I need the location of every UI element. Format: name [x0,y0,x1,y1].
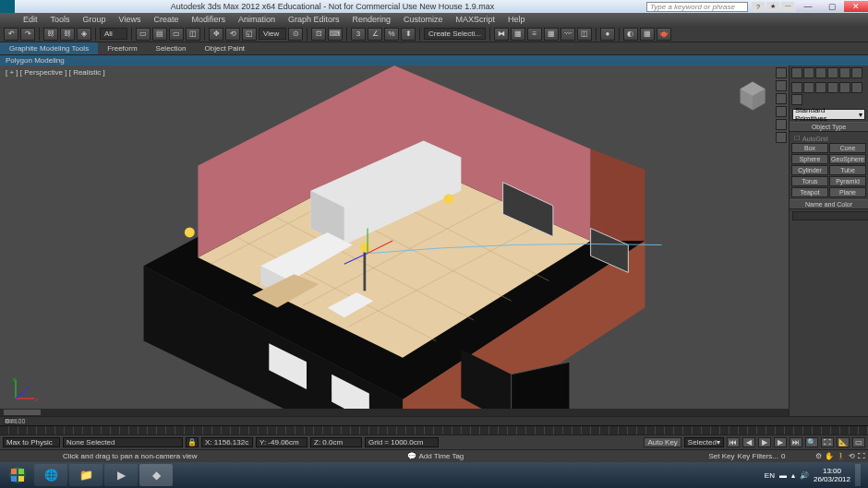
primitive-tube[interactable]: Tube [829,165,866,175]
window-crossing-button[interactable]: ◫ [186,28,200,41]
mirror-button[interactable]: ⧓ [494,28,509,41]
link-button[interactable]: ⛓ [43,28,58,41]
time-config-button[interactable]: ⚙ [815,452,822,460]
nav-fov[interactable]: 📐 [837,437,850,447]
ribbon-button[interactable]: ▦ [544,28,559,41]
ribbon-tab-graphite[interactable]: Graphite Modeling Tools [0,42,98,54]
autogrid-checkbox[interactable]: ☐ [794,135,800,142]
minimize-button[interactable]: — [796,1,820,12]
utilities-tab[interactable] [851,67,862,78]
layers-button[interactable]: ≡ [527,28,542,41]
nav-zoom[interactable]: 🔍 [805,437,818,447]
nav-pan[interactable]: ✋ [825,452,834,460]
menu-rendering[interactable]: Rendering [346,15,398,24]
primitive-box[interactable]: Box [791,143,828,153]
tray-volume-icon[interactable]: 🔊 [800,471,809,480]
ribbon-tab-freeform[interactable]: Freeform [98,42,146,54]
prev-frame-button[interactable]: ◀ [742,437,755,447]
render-button[interactable]: 🫖 [657,28,671,41]
cameras-cat[interactable] [827,82,838,93]
menu-maxscript[interactable]: MAXScript [450,15,502,24]
object-name-input[interactable] [792,211,868,220]
menu-views[interactable]: Views [113,15,148,24]
taskbar-mediaplayer[interactable]: ▶ [104,464,138,486]
category-dropdown[interactable]: Standard Primitives▾ [792,109,865,120]
lock-button[interactable]: 🔒 [186,437,199,447]
close-button[interactable]: ✕ [844,1,868,12]
refcoord-dropdown[interactable]: View [259,28,286,40]
start-button[interactable] [2,463,33,487]
y-coord[interactable]: Y: -49.06cm [256,437,307,447]
schematic-button[interactable]: ◫ [577,28,592,41]
hierarchy-tab[interactable] [815,67,826,78]
manip-button[interactable]: ⊡ [311,28,326,41]
shapes-cat[interactable] [803,82,814,93]
nav-zoomall[interactable]: ⛶ [821,437,834,447]
comm-icon[interactable]: ⋯ [781,2,794,11]
comm-button[interactable]: 💬 [407,452,416,460]
rollout-name-color[interactable]: Name and Color [790,199,868,209]
material-editor-button[interactable]: ● [600,28,615,41]
space-cat[interactable] [851,82,862,93]
filter-dropdown[interactable]: All [100,28,127,40]
curve-editor-button[interactable]: 〰 [561,28,575,41]
percent-snap-button[interactable]: % [384,28,399,41]
lights-cat[interactable] [815,82,826,93]
redo-button[interactable]: ↷ [20,28,35,41]
keyfilters-button[interactable]: Key Filters... [738,452,778,460]
goto-start-button[interactable]: ⏮ [727,437,740,447]
show-desktop-button[interactable] [855,464,861,486]
angle-snap-button[interactable]: ∠ [368,28,382,41]
viewport[interactable]: [ + ] [ Perspective ] [ Realistic ] [0,65,789,416]
primitive-geosphere[interactable]: GeoSphere [829,154,866,164]
rotate-button[interactable]: ⟲ [225,28,240,41]
systems-cat[interactable] [791,94,802,105]
tray-lang[interactable]: EN [765,471,775,480]
script-listener[interactable]: Max to Physic [3,437,60,447]
select-name-button[interactable]: ▤ [152,28,167,41]
align-button[interactable]: ▦ [511,28,525,41]
named-selection-dropdown[interactable]: Create Selecti... [424,28,486,40]
ribbon-panel-polygonmodeling[interactable]: Polygon Modeling [0,55,868,65]
scene-3d[interactable] [0,65,789,416]
spinner-snap-button[interactable]: ⬍ [401,28,416,41]
snap-button[interactable]: 3 [351,28,366,41]
render-frame-button[interactable]: ▦ [640,28,655,41]
taskbar-3dsmax[interactable]: ◆ [139,464,173,486]
undo-button[interactable]: ↶ [4,28,18,41]
create-tab[interactable] [791,67,802,78]
menu-tools[interactable]: Tools [44,15,77,24]
menu-animation[interactable]: Animation [232,15,282,24]
goto-end-button[interactable]: ⏭ [790,437,802,447]
ribbon-tab-selection[interactable]: Selection [147,42,196,54]
track-bar[interactable] [0,425,868,434]
render-setup-button[interactable]: ◐ [623,28,638,41]
viewport-label[interactable]: [ + ] [ Perspective ] [ Realistic ] [6,68,105,77]
select-button[interactable]: ▭ [136,28,151,41]
maximize-button[interactable]: ▢ [820,1,844,12]
display-tab[interactable] [839,67,850,78]
taskbar-explorer[interactable]: 📁 [69,464,102,486]
ribbon-tab-objectpaint[interactable]: Object Paint [196,42,255,54]
keymode-button[interactable]: ⌨ [328,28,343,41]
primitive-teapot[interactable]: Teapot [791,187,828,197]
menu-grapheditors[interactable]: Graph Editors [282,15,346,24]
primitive-plane[interactable]: Plane [829,187,866,197]
current-frame[interactable]: 0 [781,452,813,460]
taskbar-ie[interactable]: 🌐 [34,464,67,486]
primitive-pyramid[interactable]: Pyramid [829,176,866,186]
rollout-object-type[interactable]: Object Type [790,122,868,132]
help-icon[interactable]: ? [752,2,765,11]
select-rect-button[interactable]: ▭ [169,28,184,41]
keymode-dropdown[interactable]: Selected ▾ [684,437,724,447]
autokey-button[interactable]: Auto Key [644,437,681,447]
primitive-cylinder[interactable]: Cylinder [791,165,828,175]
menu-customize[interactable]: Customize [397,15,450,24]
move-button[interactable]: ✥ [209,28,223,41]
tray-flag-icon[interactable]: ▬ [779,471,787,480]
pivot-button[interactable]: ⊙ [288,28,303,41]
time-slider[interactable]: 0 / 100 [0,416,868,425]
timetag-button[interactable]: Add Time Tag [419,452,491,460]
helpers-cat[interactable] [839,82,850,93]
primitive-cone[interactable]: Cone [829,143,866,153]
